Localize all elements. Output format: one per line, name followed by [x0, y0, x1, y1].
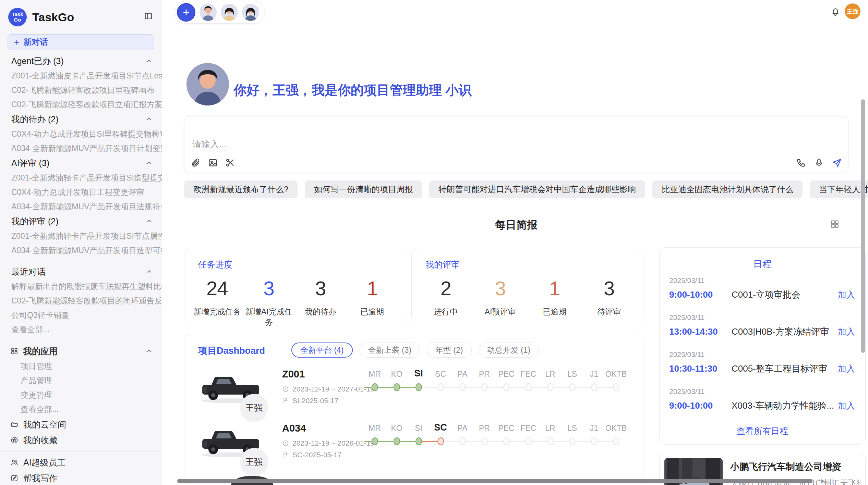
scroll-down-arrow[interactable] [830, 469, 836, 473]
app-title: TaskGo [32, 11, 74, 24]
sidebar-item-my-apps[interactable]: 我的应用 [0, 343, 162, 359]
sidebar-section-header[interactable]: Agent已办 (3) [0, 53, 162, 69]
milestone-label: FEC [517, 370, 539, 379]
event-date: 2025/03/11 [669, 387, 855, 396]
composer-placeholder: 请输入... [192, 138, 227, 150]
join-event-link[interactable]: 加入 [838, 363, 855, 374]
star-circle-icon [10, 436, 19, 444]
recent-chat-item[interactable]: C02-飞腾新能源轻客改款项目的闭环通告反馈情况 [0, 294, 162, 308]
apps-grid-icon [10, 347, 19, 355]
vertical-scrollbar[interactable] [861, 99, 865, 353]
sidebar-task-item[interactable]: C0X4-动力总成开发项目工程变更评审 [0, 185, 162, 199]
add-agent-button[interactable]: + [177, 3, 195, 22]
sidebar-section-header[interactable]: AI评审 (3) [0, 156, 162, 171]
sidebar-item-favorites[interactable]: 我的收藏 [0, 432, 162, 448]
new-chat-button[interactable]: + 新对话 [8, 34, 154, 50]
sidebar-task-item[interactable]: Z001-全新燃油轻卡产品开发项目SI节点属性5D文件评审 [0, 229, 162, 243]
suggestion-chip[interactable]: 特朗普可能对进口汽车增税会对中国车企造成哪些影响 [429, 181, 645, 198]
dashboard-filter-chip[interactable]: 全新平台 (4) [291, 343, 353, 358]
suggestion-chip[interactable]: 比亚迪全固态电池计划具体说了什么 [652, 181, 803, 198]
stat-label: 新增完成任务 [191, 307, 243, 317]
dashboard-filter-chip[interactable]: 动总开发 (1) [479, 343, 539, 358]
layout-grid-icon[interactable] [830, 219, 840, 229]
sidebar-section-header[interactable]: 我的待办 (2) [0, 112, 162, 127]
milestone-dot [394, 437, 400, 445]
chat-composer[interactable]: 请输入... [184, 116, 848, 172]
agent-switcher: + [175, 1, 265, 24]
sidebar-task-item[interactable]: A034-全新新能源MUV产品开发项目计划变更表编写 [0, 141, 162, 156]
dashboard-filter-chip[interactable]: 年型 (2) [427, 343, 472, 358]
user-avatar[interactable]: 王强 [845, 3, 860, 19]
horizontal-scrollbar[interactable] [177, 479, 812, 483]
sidebar-task-item[interactable]: C0X4-动力总成开发项目SI里程碑提交物检查 [0, 127, 162, 141]
app-item[interactable]: 项目管理 [0, 359, 162, 373]
section-title: Agent已办 (3) [11, 55, 64, 67]
project-row[interactable]: 王强A0342023-12-19 ~ 2026-01-19SC-2025-05-… [184, 421, 643, 475]
recent-chat-item[interactable]: 解释最新出台的欧盟报废车法规再生塑料比例被调至15% [0, 279, 162, 294]
milestone-dot [415, 437, 422, 445]
suggestion-chip[interactable]: 当下年轻人对汽车外观有怎样的喜好趋势 [810, 181, 868, 198]
agent-avatar-3[interactable] [242, 4, 259, 21]
sidebar-section-header[interactable]: 我的评审 (2) [0, 214, 162, 229]
sidebar-task-item[interactable]: C02-飞腾新能源轻客改款项目立项汇报方案 [0, 97, 162, 112]
join-event-link[interactable]: 加入 [838, 400, 855, 411]
suggestion-chip[interactable]: 欧洲新规最近颁布了什么? [184, 181, 298, 198]
milestone-label: OKTB [605, 424, 627, 433]
milestone-dot [481, 383, 488, 391]
notification-bell-icon[interactable] [831, 7, 840, 17]
milestone-dot [569, 437, 576, 445]
recent-chat-item[interactable]: 公司Q3轻卡销量 [0, 308, 162, 322]
new-chat-label: 新对话 [23, 37, 48, 48]
milestone-dot [372, 437, 378, 445]
milestone-dot [459, 437, 466, 445]
recent-section-header[interactable]: 最近对话 [0, 264, 162, 279]
sidebar-item-help-write[interactable]: 帮我写作 [0, 470, 162, 485]
sidebar-item-cloud-space[interactable]: 我的云空间 [0, 416, 162, 432]
project-owner-avatar: 王强 [240, 448, 268, 475]
app-item[interactable]: 产品管理 [0, 373, 162, 388]
project-row[interactable]: 王强Z0012023-12-19 ~ 2027-01-19SI-2025-05-… [184, 367, 643, 421]
card-title: 任务进度 [198, 259, 232, 270]
suggestion-chip[interactable]: 如何写一份清晰的项目周报 [305, 181, 422, 198]
chevron-up-icon [145, 159, 153, 167]
app-item[interactable]: 变更管理 [0, 388, 162, 402]
milestone-dot [613, 383, 619, 391]
scroll-right-arrow[interactable] [821, 479, 825, 484]
sidebar-item-ai-employee[interactable]: AI超级员工 [0, 455, 162, 470]
view-all-schedule-link[interactable]: 查看所有日程 [660, 425, 865, 437]
agent-avatar-2[interactable] [221, 4, 238, 21]
sidebar-task-item[interactable]: A034-全新新能源MUV产品开发项目法规符合性评审 [0, 199, 162, 214]
clock-icon [282, 386, 289, 393]
send-icon[interactable] [832, 158, 842, 168]
sidebar-task-item[interactable]: Z001-全新燃油皮卡产品开发项目SI节点Lesson Learn报告 [0, 69, 162, 83]
apps-view-all[interactable]: 查看全部... [0, 402, 162, 416]
milestone-label: J1 [583, 370, 605, 379]
microphone-icon[interactable] [814, 158, 824, 168]
sidebar-task-item[interactable]: C02-飞腾新能源轻客改款项目里程碑画布 [0, 83, 162, 97]
recent-view-all[interactable]: 查看全部... [0, 322, 162, 337]
help-write-label: 帮我写作 [23, 473, 58, 484]
collapse-sidebar-icon[interactable] [144, 12, 153, 21]
sidebar-header: Task Go TaskGo [0, 0, 162, 27]
image-icon[interactable] [208, 158, 218, 168]
dashboard-filters: 全新平台 (4)全新上装 (3)年型 (2)动总开发 (1) [291, 343, 539, 358]
agent-avatar-1[interactable] [200, 4, 217, 21]
dashboard-filter-chip[interactable]: 全新上装 (3) [360, 343, 420, 358]
join-event-link[interactable]: 加入 [838, 289, 855, 300]
logo-text-2: Go [14, 17, 21, 23]
stat-value: 3 [295, 277, 347, 300]
milestone-dot [503, 437, 510, 445]
attachment-icon[interactable] [191, 158, 201, 168]
milestone-label: MR [364, 424, 386, 433]
scissors-icon[interactable] [225, 158, 235, 168]
suggestion-chips: 欧洲新规最近颁布了什么?如何写一份清晰的项目周报特朗普可能对进口汽车增税会对中国… [184, 181, 868, 198]
milestone-label: PR [473, 370, 495, 379]
event-time: 9:00-10:00 [669, 289, 732, 300]
dashboard-title: 项目Dashboard [198, 345, 265, 357]
schedule-event: 2025/03/1110:30-11:30C005-整车工程目标评审加入 [669, 346, 855, 383]
sidebar-task-item[interactable]: A034-全新新能源MUV产品开发项目造型可行性评审 [0, 243, 162, 258]
phone-icon[interactable] [796, 158, 806, 168]
join-event-link[interactable]: 加入 [838, 326, 855, 337]
sidebar-task-item[interactable]: Z001-全新燃油轻卡产品开发项目SI造型提交物评审 [0, 171, 162, 185]
project-code: Z001 [282, 369, 305, 380]
